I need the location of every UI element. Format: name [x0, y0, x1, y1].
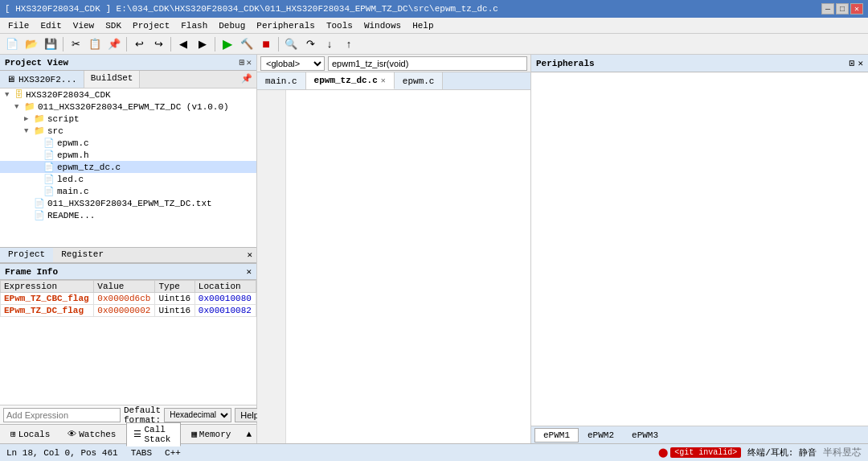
periph-close-icon[interactable]: ✕ — [858, 58, 863, 68]
project-view-icon1[interactable]: ⊞ — [240, 57, 245, 68]
tree-main-c[interactable]: 📄 main.c — [0, 185, 256, 197]
callstack-icon: ☰ — [133, 429, 141, 439]
menu-file[interactable]: File — [3, 19, 34, 32]
debug-step-into[interactable]: ↓ — [321, 35, 338, 53]
function-input[interactable] — [328, 56, 527, 71]
editor-tabs: main.c epwm_tz_dc.c ✕ epwm.c — [257, 72, 530, 90]
tab-memory[interactable]: ▦ Memory — [184, 426, 238, 442]
code-editor-panel: <global> main.c epwm_tz_dc.c ✕ epwm.c — [257, 55, 530, 443]
menu-sdk[interactable]: SDK — [100, 19, 126, 32]
tree-script-label: script — [47, 114, 80, 124]
main-layout: Project View ⊞ ✕ 🖥 HXS320F2... BuildSet … — [0, 55, 868, 443]
window-controls: — □ ✕ — [821, 3, 863, 14]
tab-call-stack[interactable]: ☰ Call Stack — [126, 422, 181, 447]
frame-info-row: EPwm_TZ_DC_flag 0x00000002 Uint16 0x0001… — [1, 305, 256, 317]
tree-script-folder[interactable]: ▶ 📁 script — [0, 113, 256, 125]
tree-epwm-c[interactable]: 📄 epwm.c — [0, 137, 256, 149]
forward-button[interactable]: ▶ — [194, 35, 211, 53]
tree-project-folder[interactable]: ▼ 📁 011_HXS320F28034_EPWM_TZ_DC (v1.0.0) — [0, 101, 256, 113]
tree-epwm-h[interactable]: 📄 epwm.h — [0, 149, 256, 161]
tab-main-c[interactable]: main.c — [257, 72, 306, 89]
status-lang: C++ — [165, 448, 181, 458]
tree-epwm-tz-dc[interactable]: 📄 epwm_tz_dc.c — [0, 161, 256, 173]
menu-help[interactable]: Help — [407, 19, 438, 32]
type-cell: Uint16 — [155, 293, 194, 305]
locals-icon: ⊞ — [10, 429, 16, 439]
tree-src-folder[interactable]: ▼ 📁 src — [0, 125, 256, 137]
paste-button[interactable]: 📌 — [105, 35, 123, 53]
global-dropdown[interactable]: <global> — [260, 56, 325, 71]
close-button[interactable]: ✕ — [850, 3, 863, 14]
debug-step-button[interactable]: ↷ — [301, 35, 319, 53]
tree-txt-file[interactable]: 📄 011_HXS320F28034_EPWM_TZ_DC.txt — [0, 197, 256, 209]
tab-buildset[interactable]: BuildSet — [84, 71, 141, 88]
periph-tab-epwm1[interactable]: ePWM1 — [534, 428, 579, 442]
watches-icon: 👁 — [68, 429, 76, 439]
redo-button[interactable]: ↪ — [149, 35, 167, 53]
stop-button[interactable]: ■ — [257, 35, 275, 53]
tab-close-icon[interactable]: ✕ — [381, 76, 386, 85]
memory-icon: ▦ — [191, 429, 197, 439]
register-panel: Frame Info ✕ Expression Value Type Locat… — [0, 263, 256, 424]
tab-watches[interactable]: 👁 Watches — [60, 426, 123, 442]
code-area[interactable] — [257, 90, 530, 443]
tree-src-label: src — [47, 126, 63, 136]
tab-epwm-c[interactable]: epwm.c — [395, 72, 444, 89]
bottom-tabs-expand[interactable]: ▲ — [244, 428, 253, 441]
periph-expand-icon[interactable]: ⊡ — [850, 58, 855, 68]
menu-project[interactable]: Project — [128, 19, 174, 32]
build-button[interactable]: 🔨 — [238, 35, 256, 53]
periph-tab-epwm3[interactable]: ePWM3 — [623, 428, 667, 442]
status-git: ⬤ <git invalid> — [658, 447, 741, 458]
periph-header-controls: ⊡ ✕ — [850, 58, 863, 68]
frame-info-row: EPwm_TZ_CBC_flag 0x0000d6cb Uint16 0x000… — [1, 293, 256, 305]
value-cell: 0x0000d6cb — [94, 293, 155, 305]
menu-view[interactable]: View — [68, 19, 99, 32]
project-pin-icon[interactable]: 📌 — [237, 71, 256, 88]
tree-led-c-label: led.c — [57, 175, 84, 184]
new-button[interactable]: 📄 — [3, 35, 21, 53]
save-button[interactable]: 💾 — [42, 35, 59, 53]
menu-windows[interactable]: Windows — [359, 19, 406, 32]
project-tree: ▼ 🗄 HXS320F28034_CDK ▼ 📁 011_HXS320F2803… — [0, 88, 256, 247]
undo-button[interactable]: ↩ — [130, 35, 148, 53]
tab-project[interactable]: 🖥 HXS320F2... — [0, 71, 84, 88]
frame-info-controls: ✕ — [246, 266, 252, 277]
lower-close-icon[interactable]: ✕ — [243, 248, 256, 262]
project-tabs: 🖥 HXS320F2... BuildSet 📌 — [0, 71, 256, 88]
tree-led-c[interactable]: 📄 led.c — [0, 173, 256, 185]
line-numbers — [257, 90, 286, 443]
watermark-text: 半科昱芯 — [823, 446, 862, 459]
lower-left-tabs: Project Register ✕ — [0, 247, 256, 263]
menu-debug[interactable]: Debug — [214, 19, 250, 32]
maximize-button[interactable]: □ — [836, 3, 849, 14]
tree-epwm-c-label: epwm.c — [57, 138, 89, 148]
loc-cell: 0x00010082 — [194, 305, 256, 317]
copy-button[interactable]: 📋 — [86, 35, 104, 53]
tab-project-lower[interactable]: Project — [0, 248, 53, 262]
tree-readme[interactable]: 📄 README... — [0, 209, 256, 221]
minimize-button[interactable]: — — [821, 3, 834, 14]
open-button[interactable]: 📂 — [23, 35, 40, 53]
search-button[interactable]: 🔍 — [282, 35, 300, 53]
tree-root[interactable]: ▼ 🗄 HXS320F28034_CDK — [0, 88, 256, 101]
cut-button[interactable]: ✂ — [67, 35, 84, 53]
menu-edit[interactable]: Edit — [35, 19, 66, 32]
status-left: Ln 18, Col 0, Pos 461 TABS C++ — [6, 448, 181, 458]
frame-info-close[interactable]: ✕ — [246, 267, 252, 277]
menu-peripherals[interactable]: Peripherals — [252, 19, 320, 32]
debug-step-out[interactable]: ↑ — [340, 35, 358, 53]
frame-info-table: Expression Value Type Location EPwm_TZ_C… — [0, 280, 256, 317]
menu-tools[interactable]: Tools — [321, 19, 358, 32]
project-view-close-icon[interactable]: ✕ — [246, 57, 252, 68]
add-expression-input[interactable] — [3, 408, 121, 422]
tab-register[interactable]: Register — [53, 248, 112, 262]
tab-epwm-tz-dc-c[interactable]: epwm_tz_dc.c ✕ — [306, 72, 395, 89]
menu-flash[interactable]: Flash — [176, 19, 212, 32]
back-button[interactable]: ◀ — [174, 35, 192, 53]
project-view-title: Project View — [5, 58, 68, 68]
tab-locals[interactable]: ⊞ Locals — [3, 426, 57, 442]
periph-tab-epwm2[interactable]: ePWM2 — [579, 428, 623, 442]
run-button[interactable]: ▶ — [219, 35, 236, 53]
format-select[interactable]: Hexadecimal — [164, 408, 231, 422]
